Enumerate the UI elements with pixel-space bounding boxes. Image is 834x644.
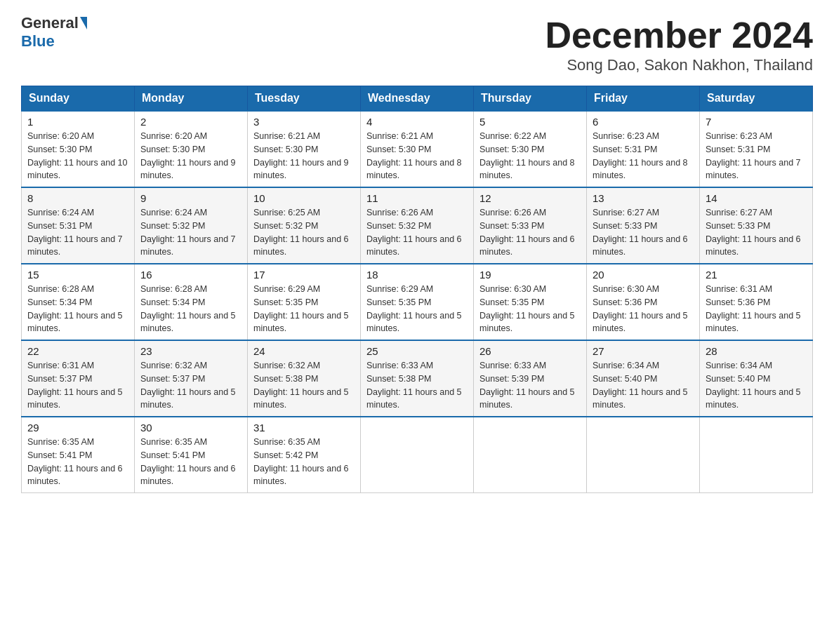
- calendar-cell: 5 Sunrise: 6:22 AM Sunset: 5:30 PM Dayli…: [474, 111, 587, 187]
- day-info: Sunrise: 6:35 AM Sunset: 5:41 PM Dayligh…: [27, 436, 128, 488]
- day-info: Sunrise: 6:20 AM Sunset: 5:30 PM Dayligh…: [27, 130, 128, 182]
- day-number: 1: [27, 116, 128, 128]
- day-number: 22: [27, 345, 128, 357]
- day-number: 21: [706, 269, 807, 281]
- calendar-header-saturday: Saturday: [700, 86, 813, 112]
- day-info: Sunrise: 6:32 AM Sunset: 5:37 PM Dayligh…: [140, 359, 241, 412]
- calendar-cell: 24 Sunrise: 6:32 AM Sunset: 5:38 PM Dayl…: [248, 340, 361, 417]
- calendar-cell: 23 Sunrise: 6:32 AM Sunset: 5:37 PM Dayl…: [135, 340, 248, 417]
- logo-blue-text: Blue: [21, 32, 55, 51]
- day-info: Sunrise: 6:23 AM Sunset: 5:31 PM Dayligh…: [706, 130, 807, 182]
- calendar-table: SundayMondayTuesdayWednesdayThursdayFrid…: [21, 86, 813, 493]
- day-info: Sunrise: 6:26 AM Sunset: 5:32 PM Dayligh…: [366, 206, 468, 259]
- logo-general-text: General: [21, 14, 79, 32]
- calendar-cell: 31 Sunrise: 6:35 AM Sunset: 5:42 PM Dayl…: [248, 417, 361, 493]
- day-info: Sunrise: 6:35 AM Sunset: 5:42 PM Dayligh…: [253, 436, 355, 488]
- day-info: Sunrise: 6:33 AM Sunset: 5:38 PM Dayligh…: [366, 359, 468, 412]
- day-number: 23: [140, 345, 241, 357]
- day-number: 4: [366, 116, 468, 128]
- calendar-cell: 6 Sunrise: 6:23 AM Sunset: 5:31 PM Dayli…: [587, 111, 700, 187]
- page-subtitle: Song Dao, Sakon Nakhon, Thailand: [545, 56, 813, 74]
- day-info: Sunrise: 6:32 AM Sunset: 5:38 PM Dayligh…: [253, 359, 355, 412]
- day-number: 30: [140, 422, 241, 434]
- day-number: 20: [593, 269, 694, 281]
- day-number: 3: [253, 116, 355, 128]
- calendar-cell: 30 Sunrise: 6:35 AM Sunset: 5:41 PM Dayl…: [135, 417, 248, 493]
- calendar-cell: 1 Sunrise: 6:20 AM Sunset: 5:30 PM Dayli…: [22, 111, 135, 187]
- day-info: Sunrise: 6:27 AM Sunset: 5:33 PM Dayligh…: [706, 206, 807, 259]
- calendar-cell: 21 Sunrise: 6:31 AM Sunset: 5:36 PM Dayl…: [700, 264, 813, 340]
- day-number: 31: [253, 422, 355, 434]
- calendar-cell: 19 Sunrise: 6:30 AM Sunset: 5:35 PM Dayl…: [474, 264, 587, 340]
- calendar-cell: 2 Sunrise: 6:20 AM Sunset: 5:30 PM Dayli…: [135, 111, 248, 187]
- calendar-cell: 13 Sunrise: 6:27 AM Sunset: 5:33 PM Dayl…: [587, 187, 700, 264]
- calendar-header-friday: Friday: [587, 86, 700, 112]
- calendar-cell: [587, 417, 700, 493]
- calendar-header-thursday: Thursday: [474, 86, 587, 112]
- calendar-cell: 11 Sunrise: 6:26 AM Sunset: 5:32 PM Dayl…: [361, 187, 474, 264]
- logo: General Blue: [21, 14, 88, 51]
- day-number: 2: [140, 116, 241, 128]
- day-info: Sunrise: 6:24 AM Sunset: 5:32 PM Dayligh…: [140, 206, 241, 259]
- day-number: 10: [253, 192, 355, 204]
- day-info: Sunrise: 6:29 AM Sunset: 5:35 PM Dayligh…: [366, 283, 468, 335]
- calendar-cell: 3 Sunrise: 6:21 AM Sunset: 5:30 PM Dayli…: [248, 111, 361, 187]
- calendar-cell: [700, 417, 813, 493]
- calendar-cell: 7 Sunrise: 6:23 AM Sunset: 5:31 PM Dayli…: [700, 111, 813, 187]
- day-number: 26: [479, 345, 581, 357]
- calendar-header-wednesday: Wednesday: [361, 86, 474, 112]
- day-number: 6: [593, 116, 694, 128]
- day-info: Sunrise: 6:20 AM Sunset: 5:30 PM Dayligh…: [140, 130, 241, 182]
- day-info: Sunrise: 6:35 AM Sunset: 5:41 PM Dayligh…: [140, 436, 241, 488]
- calendar-week-row: 1 Sunrise: 6:20 AM Sunset: 5:30 PM Dayli…: [22, 111, 813, 187]
- day-info: Sunrise: 6:23 AM Sunset: 5:31 PM Dayligh…: [593, 130, 694, 182]
- day-info: Sunrise: 6:34 AM Sunset: 5:40 PM Dayligh…: [706, 359, 807, 412]
- title-block: December 2024 Song Dao, Sakon Nakhon, Th…: [545, 14, 813, 74]
- day-number: 12: [479, 192, 581, 204]
- day-info: Sunrise: 6:34 AM Sunset: 5:40 PM Dayligh…: [593, 359, 694, 412]
- day-info: Sunrise: 6:24 AM Sunset: 5:31 PM Dayligh…: [27, 206, 128, 259]
- day-number: 28: [706, 345, 807, 357]
- calendar-cell: 22 Sunrise: 6:31 AM Sunset: 5:37 PM Dayl…: [22, 340, 135, 417]
- calendar-cell: 20 Sunrise: 6:30 AM Sunset: 5:36 PM Dayl…: [587, 264, 700, 340]
- calendar-cell: 18 Sunrise: 6:29 AM Sunset: 5:35 PM Dayl…: [361, 264, 474, 340]
- day-info: Sunrise: 6:26 AM Sunset: 5:33 PM Dayligh…: [479, 206, 581, 259]
- calendar-cell: [474, 417, 587, 493]
- day-info: Sunrise: 6:22 AM Sunset: 5:30 PM Dayligh…: [479, 130, 581, 182]
- day-number: 18: [366, 269, 468, 281]
- day-info: Sunrise: 6:28 AM Sunset: 5:34 PM Dayligh…: [140, 283, 241, 335]
- day-number: 11: [366, 192, 468, 204]
- calendar-week-row: 22 Sunrise: 6:31 AM Sunset: 5:37 PM Dayl…: [22, 340, 813, 417]
- calendar-week-row: 15 Sunrise: 6:28 AM Sunset: 5:34 PM Dayl…: [22, 264, 813, 340]
- calendar-cell: [361, 417, 474, 493]
- calendar-cell: 12 Sunrise: 6:26 AM Sunset: 5:33 PM Dayl…: [474, 187, 587, 264]
- calendar-cell: 29 Sunrise: 6:35 AM Sunset: 5:41 PM Dayl…: [22, 417, 135, 493]
- day-info: Sunrise: 6:29 AM Sunset: 5:35 PM Dayligh…: [253, 283, 355, 335]
- page-header: General Blue December 2024 Song Dao, Sak…: [21, 14, 813, 74]
- day-number: 16: [140, 269, 241, 281]
- calendar-week-row: 8 Sunrise: 6:24 AM Sunset: 5:31 PM Dayli…: [22, 187, 813, 264]
- day-number: 14: [706, 192, 807, 204]
- day-info: Sunrise: 6:25 AM Sunset: 5:32 PM Dayligh…: [253, 206, 355, 259]
- logo-arrow-icon: [80, 17, 87, 29]
- page-title: December 2024: [545, 14, 813, 56]
- day-number: 13: [593, 192, 694, 204]
- day-number: 9: [140, 192, 241, 204]
- day-info: Sunrise: 6:30 AM Sunset: 5:35 PM Dayligh…: [479, 283, 581, 335]
- day-number: 8: [27, 192, 128, 204]
- calendar-header-sunday: Sunday: [22, 86, 135, 112]
- calendar-cell: 16 Sunrise: 6:28 AM Sunset: 5:34 PM Dayl…: [135, 264, 248, 340]
- calendar-cell: 26 Sunrise: 6:33 AM Sunset: 5:39 PM Dayl…: [474, 340, 587, 417]
- day-info: Sunrise: 6:27 AM Sunset: 5:33 PM Dayligh…: [593, 206, 694, 259]
- day-number: 5: [479, 116, 581, 128]
- day-number: 25: [366, 345, 468, 357]
- calendar-header-monday: Monday: [135, 86, 248, 112]
- calendar-cell: 14 Sunrise: 6:27 AM Sunset: 5:33 PM Dayl…: [700, 187, 813, 264]
- day-number: 19: [479, 269, 581, 281]
- day-info: Sunrise: 6:33 AM Sunset: 5:39 PM Dayligh…: [479, 359, 581, 412]
- calendar-cell: 9 Sunrise: 6:24 AM Sunset: 5:32 PM Dayli…: [135, 187, 248, 264]
- calendar-cell: 8 Sunrise: 6:24 AM Sunset: 5:31 PM Dayli…: [22, 187, 135, 264]
- calendar-cell: 27 Sunrise: 6:34 AM Sunset: 5:40 PM Dayl…: [587, 340, 700, 417]
- day-number: 17: [253, 269, 355, 281]
- day-info: Sunrise: 6:30 AM Sunset: 5:36 PM Dayligh…: [593, 283, 694, 335]
